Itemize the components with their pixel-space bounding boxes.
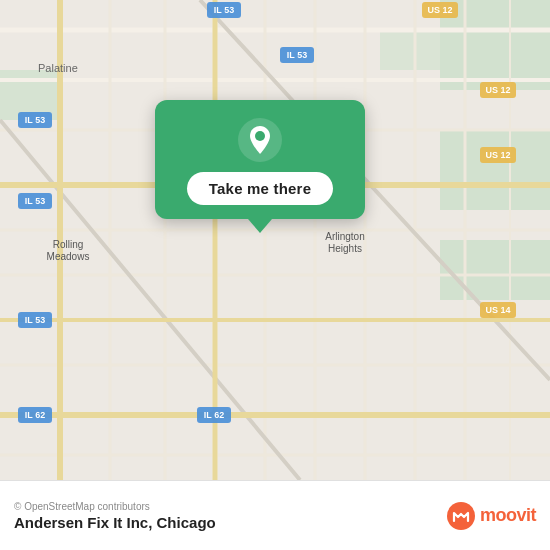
svg-text:US 12: US 12 xyxy=(485,150,510,160)
svg-text:IL 53: IL 53 xyxy=(25,196,45,206)
svg-text:Heights: Heights xyxy=(328,243,362,254)
svg-text:US 14: US 14 xyxy=(485,305,510,315)
moovit-logo: moovit xyxy=(447,502,536,530)
moovit-brand-icon xyxy=(447,502,475,530)
bottom-info: © OpenStreetMap contributors Andersen Fi… xyxy=(14,501,216,531)
svg-point-63 xyxy=(255,131,265,141)
location-pin-icon xyxy=(238,118,282,162)
svg-text:Meadows: Meadows xyxy=(47,251,90,262)
svg-text:Arlington: Arlington xyxy=(325,231,364,242)
svg-text:IL 62: IL 62 xyxy=(204,410,224,420)
svg-text:IL 62: IL 62 xyxy=(25,410,45,420)
take-me-there-button[interactable]: Take me there xyxy=(187,172,333,205)
location-name: Andersen Fix It Inc, Chicago xyxy=(14,514,216,531)
svg-text:IL 53: IL 53 xyxy=(287,50,307,60)
location-popup: Take me there xyxy=(155,100,365,219)
svg-text:US 12: US 12 xyxy=(427,5,452,15)
svg-text:IL 53: IL 53 xyxy=(214,5,234,15)
map-roads: IL 53 US 12 IL 53 US 12 IL 53 US 12 IL 5… xyxy=(0,0,550,480)
svg-text:US 12: US 12 xyxy=(485,85,510,95)
bottom-bar: © OpenStreetMap contributors Andersen Fi… xyxy=(0,480,550,550)
svg-text:Palatine: Palatine xyxy=(38,62,78,74)
moovit-brand-text: moovit xyxy=(480,505,536,526)
svg-rect-2 xyxy=(440,130,550,210)
svg-text:Rolling: Rolling xyxy=(53,239,84,250)
map-container: IL 53 US 12 IL 53 US 12 IL 53 US 12 IL 5… xyxy=(0,0,550,480)
svg-rect-5 xyxy=(380,30,440,70)
svg-text:IL 53: IL 53 xyxy=(25,115,45,125)
svg-rect-3 xyxy=(440,240,550,300)
map-attribution: © OpenStreetMap contributors xyxy=(14,501,216,512)
svg-text:IL 53: IL 53 xyxy=(25,315,45,325)
